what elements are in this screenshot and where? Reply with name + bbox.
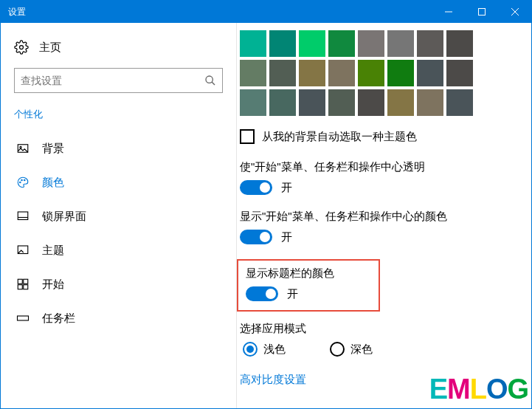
svg-point-10 bbox=[21, 179, 23, 181]
toggle-switch[interactable] bbox=[246, 286, 278, 301]
radio-icon[interactable] bbox=[243, 342, 258, 357]
svg-point-11 bbox=[24, 179, 26, 181]
nav-item-colors[interactable]: 颜色 bbox=[14, 165, 223, 199]
color-swatch[interactable] bbox=[358, 30, 384, 57]
color-swatch[interactable] bbox=[240, 30, 266, 57]
color-swatch[interactable] bbox=[446, 60, 473, 86]
color-swatch[interactable] bbox=[299, 89, 325, 116]
lockscreen-icon bbox=[15, 209, 30, 224]
search-icon bbox=[204, 75, 216, 86]
radio-label: 深色 bbox=[350, 343, 373, 357]
nav-item-label: 颜色 bbox=[42, 176, 64, 190]
search-box[interactable] bbox=[14, 68, 223, 93]
brush-icon bbox=[15, 243, 30, 258]
color-swatch[interactable] bbox=[299, 60, 325, 86]
color-swatch[interactable] bbox=[269, 60, 296, 86]
home-label: 主页 bbox=[39, 41, 61, 55]
nav-item-label: 开始 bbox=[42, 278, 64, 292]
nav-item-label: 锁屏界面 bbox=[42, 210, 86, 224]
toggle-switch[interactable] bbox=[240, 230, 272, 244]
svg-rect-19 bbox=[18, 316, 29, 320]
svg-rect-12 bbox=[18, 212, 28, 220]
color-swatch[interactable] bbox=[328, 60, 355, 86]
app-mode-label: 选择应用模式 bbox=[240, 322, 531, 336]
auto-color-label: 从我的背景自动选取一种主题色 bbox=[262, 130, 417, 144]
nav-item-start[interactable]: 开始 bbox=[14, 267, 223, 301]
color-swatches bbox=[240, 30, 531, 116]
nav-item-background[interactable]: 背景 bbox=[14, 131, 223, 165]
setting-accent-start: 显示"开始"菜单、任务栏和操作中心的颜色 开 bbox=[240, 210, 531, 244]
home-link[interactable]: 主页 bbox=[14, 40, 223, 55]
checkbox-icon[interactable] bbox=[240, 129, 255, 144]
svg-line-6 bbox=[212, 82, 215, 85]
color-swatch[interactable] bbox=[417, 30, 443, 57]
watermark: EMLOG bbox=[429, 374, 528, 405]
start-icon bbox=[15, 277, 30, 292]
picture-icon bbox=[15, 141, 30, 156]
svg-rect-16 bbox=[24, 279, 28, 283]
main-panel: 从我的背景自动选取一种主题色 使"开始"菜单、任务栏和操作中心透明 开 显示"开… bbox=[237, 23, 531, 408]
color-swatch[interactable] bbox=[387, 89, 414, 116]
color-swatch[interactable] bbox=[269, 89, 296, 116]
nav-item-label: 主题 bbox=[42, 244, 64, 258]
color-swatch[interactable] bbox=[387, 60, 414, 86]
color-swatch[interactable] bbox=[240, 89, 266, 116]
auto-color-row[interactable]: 从我的背景自动选取一种主题色 bbox=[240, 129, 531, 144]
color-swatch[interactable] bbox=[446, 89, 473, 116]
toggle-state: 开 bbox=[287, 287, 298, 301]
color-swatch[interactable] bbox=[299, 30, 325, 57]
minimize-button[interactable] bbox=[432, 1, 465, 23]
nav-item-themes[interactable]: 主题 bbox=[14, 233, 223, 267]
color-swatch[interactable] bbox=[446, 30, 473, 57]
search-input[interactable] bbox=[21, 75, 204, 86]
toggle-switch[interactable] bbox=[240, 180, 272, 195]
color-swatch[interactable] bbox=[358, 89, 384, 116]
color-swatch[interactable] bbox=[328, 30, 355, 57]
setting-transparency: 使"开始"菜单、任务栏和操作中心透明 开 bbox=[240, 160, 531, 195]
close-button[interactable] bbox=[498, 1, 531, 23]
nav-list: 背景 颜色 锁屏界面 主题 开始 任务栏 bbox=[14, 131, 223, 335]
window-controls bbox=[432, 1, 531, 23]
gear-icon bbox=[14, 40, 29, 55]
window-title: 设置 bbox=[8, 6, 432, 18]
nav-item-lockscreen[interactable]: 锁屏界面 bbox=[14, 199, 223, 233]
radio-dark[interactable]: 深色 bbox=[330, 342, 373, 357]
radio-label: 浅色 bbox=[263, 343, 286, 357]
svg-point-5 bbox=[206, 76, 213, 83]
svg-point-4 bbox=[20, 46, 24, 49]
toggle-state: 开 bbox=[281, 230, 292, 244]
svg-rect-1 bbox=[478, 9, 485, 16]
color-swatch[interactable] bbox=[417, 89, 443, 116]
maximize-button[interactable] bbox=[465, 1, 498, 23]
setting-label: 使"开始"菜单、任务栏和操作中心透明 bbox=[240, 160, 531, 174]
taskbar-icon bbox=[15, 311, 30, 326]
nav-item-taskbar[interactable]: 任务栏 bbox=[14, 301, 223, 335]
palette-icon bbox=[15, 175, 30, 190]
svg-rect-17 bbox=[18, 285, 22, 289]
color-swatch[interactable] bbox=[417, 60, 443, 86]
svg-rect-15 bbox=[18, 279, 22, 283]
color-swatch[interactable] bbox=[240, 60, 266, 86]
setting-label: 显示标题栏的颜色 bbox=[246, 267, 334, 281]
color-swatch[interactable] bbox=[387, 30, 414, 57]
sidebar: 主页 个性化 背景 颜色 锁屏界面 主题 bbox=[1, 23, 237, 408]
color-swatch[interactable] bbox=[269, 30, 296, 57]
svg-point-9 bbox=[20, 182, 21, 183]
radio-icon[interactable] bbox=[330, 342, 345, 357]
section-header: 个性化 bbox=[14, 108, 223, 121]
app-mode-group: 选择应用模式 浅色 深色 bbox=[240, 322, 531, 357]
nav-item-label: 任务栏 bbox=[42, 312, 75, 326]
toggle-state: 开 bbox=[281, 181, 292, 195]
nav-item-label: 背景 bbox=[42, 142, 64, 156]
highlighted-setting: 显示标题栏的颜色 开 bbox=[237, 259, 380, 312]
svg-rect-18 bbox=[24, 285, 28, 289]
high-contrast-link[interactable]: 高对比度设置 bbox=[240, 373, 306, 385]
radio-light[interactable]: 浅色 bbox=[243, 342, 286, 357]
color-swatch[interactable] bbox=[358, 60, 384, 86]
titlebar: 设置 bbox=[1, 1, 531, 23]
setting-label: 显示"开始"菜单、任务栏和操作中心的颜色 bbox=[240, 210, 531, 224]
color-swatch[interactable] bbox=[328, 89, 355, 116]
